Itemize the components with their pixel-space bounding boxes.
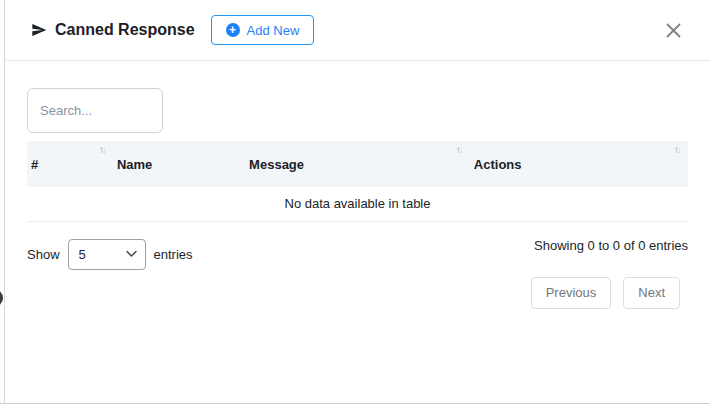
close-button[interactable]	[663, 20, 684, 41]
column-header-number[interactable]: # ↑↓	[27, 141, 113, 187]
sort-icon: ↑↓	[674, 145, 680, 155]
column-label-number: #	[31, 157, 38, 172]
table-footer: Show 5 entries Showing 0 to 0 of 0 entri…	[27, 239, 688, 270]
plus-circle-icon: +	[226, 23, 240, 37]
add-new-label: Add New	[247, 23, 300, 38]
column-header-name[interactable]: Name	[113, 141, 245, 187]
column-label-message: Message	[249, 157, 304, 172]
empty-message: No data available in table	[27, 187, 688, 221]
column-header-actions[interactable]: Actions ↑↓	[470, 141, 688, 187]
show-label: Show	[27, 247, 60, 262]
modal-header: Canned Response + Add New	[5, 0, 710, 61]
chat-widget-peek[interactable]	[0, 289, 3, 307]
page-size-select[interactable]: 5	[68, 239, 146, 270]
modal-body: # ↑↓ Name Message ↑↓ Actions ↑↓	[5, 61, 710, 309]
modal-title: Canned Response	[55, 21, 195, 39]
page: Canned Response + Add New # ↑↓	[0, 0, 710, 404]
sort-icon: ↑↓	[456, 145, 462, 155]
page-size-control: Show 5 entries	[27, 239, 193, 270]
page-size-select-wrap: 5	[68, 239, 146, 270]
send-icon	[31, 22, 47, 38]
pagination: Previous Next	[27, 277, 688, 309]
entries-summary: Showing 0 to 0 of 0 entries	[534, 238, 688, 253]
sort-icon: ↑↓	[99, 145, 105, 155]
search-input[interactable]	[27, 88, 163, 133]
column-header-message[interactable]: Message ↑↓	[245, 141, 470, 187]
empty-row: No data available in table	[27, 187, 688, 221]
canned-response-modal: Canned Response + Add New # ↑↓	[4, 0, 710, 403]
close-icon	[665, 22, 682, 39]
table-header-row: # ↑↓ Name Message ↑↓ Actions ↑↓	[27, 141, 688, 187]
next-button[interactable]: Next	[623, 277, 680, 309]
entries-label: entries	[154, 247, 193, 262]
add-new-button[interactable]: + Add New	[211, 15, 315, 45]
column-label-actions: Actions	[474, 157, 522, 172]
canned-response-table: # ↑↓ Name Message ↑↓ Actions ↑↓	[27, 141, 688, 222]
previous-button[interactable]: Previous	[531, 277, 612, 309]
column-label-name: Name	[117, 157, 152, 172]
